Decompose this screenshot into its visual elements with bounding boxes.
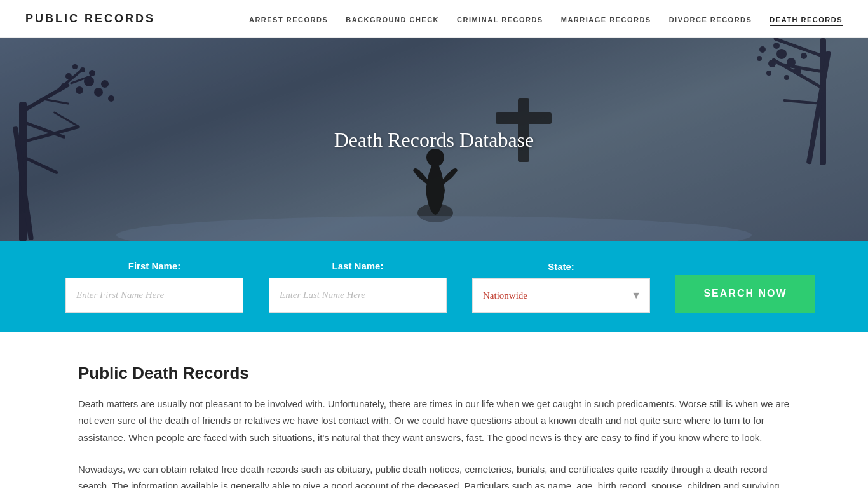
state-select[interactable]: Nationwide Alabama Alaska Arizona Califo… xyxy=(472,278,650,313)
nav-links: ARREST RECORDS BACKGROUND CHECK CRIMINAL… xyxy=(249,13,843,25)
first-name-input[interactable] xyxy=(65,278,243,313)
state-field: State: Nationwide Alabama Alaska Arizona… xyxy=(459,261,663,313)
nav-item-death[interactable]: DEATH RECORDS xyxy=(770,13,843,25)
last-name-input[interactable] xyxy=(269,278,447,313)
content-paragraph-2: Nowadays, we can obtain related free dea… xyxy=(78,461,790,488)
nav-link-death[interactable]: DEATH RECORDS xyxy=(770,16,843,26)
first-name-label: First Name: xyxy=(65,261,243,271)
site-logo[interactable]: PUBLIC RECORDS xyxy=(25,12,155,25)
content-paragraph-1: Death matters are usually not pleasant t… xyxy=(78,396,790,446)
hero-title: Death Records Database xyxy=(334,128,534,152)
last-name-field: Last Name: xyxy=(256,261,459,313)
hero-section: Death Records Database xyxy=(0,38,868,241)
main-content: Public Death Records Death matters are u… xyxy=(53,332,815,488)
search-section: First Name: Last Name: State: Nationwide… xyxy=(0,241,868,332)
nav-item-arrest[interactable]: ARREST RECORDS xyxy=(249,13,328,25)
state-label: State: xyxy=(472,261,650,272)
nav-item-background[interactable]: BACKGROUND CHECK xyxy=(346,13,439,25)
nav-link-criminal[interactable]: CRIMINAL RECORDS xyxy=(457,16,543,24)
search-button[interactable]: SEARCH NOW xyxy=(675,274,815,313)
nav-item-criminal[interactable]: CRIMINAL RECORDS xyxy=(457,13,543,25)
nav-item-divorce[interactable]: DIVORCE RECORDS xyxy=(669,13,752,25)
first-name-field: First Name: xyxy=(53,261,256,313)
nav-link-arrest[interactable]: ARREST RECORDS xyxy=(249,16,328,24)
nav-link-background[interactable]: BACKGROUND CHECK xyxy=(346,16,439,24)
nav-link-divorce[interactable]: DIVORCE RECORDS xyxy=(669,16,752,24)
nav-item-marriage[interactable]: MARRIAGE RECORDS xyxy=(561,13,651,25)
content-heading: Public Death Records xyxy=(78,363,790,383)
nav-link-marriage[interactable]: MARRIAGE RECORDS xyxy=(561,16,651,24)
last-name-label: Last Name: xyxy=(269,261,447,271)
state-select-wrapper: Nationwide Alabama Alaska Arizona Califo… xyxy=(472,278,650,313)
navbar: PUBLIC RECORDS ARREST RECORDS BACKGROUND… xyxy=(0,0,868,38)
search-form: First Name: Last Name: State: Nationwide… xyxy=(53,261,815,313)
